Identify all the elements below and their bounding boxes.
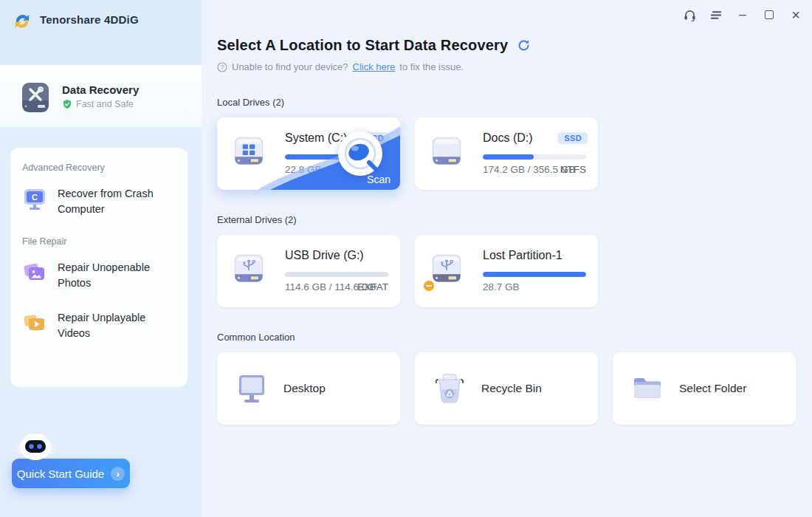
location-card-select-folder[interactable]: Select Folder	[613, 352, 796, 425]
ssd-badge: SSD	[558, 132, 588, 144]
repair-photos-icon	[22, 260, 47, 285]
click-here-link[interactable]: Click here	[353, 61, 396, 72]
location-card-recycle-bin[interactable]: Recycle Bin	[415, 352, 598, 425]
data-recovery-icon	[19, 80, 52, 112]
chevron-right-icon: ›	[111, 467, 125, 481]
sidebar-header: Tenorshare 4DDiG	[0, 0, 202, 65]
location-label: Recycle Bin	[481, 382, 542, 395]
refresh-icon[interactable]	[517, 38, 531, 52]
drive-name: USB Drive (G:)	[285, 249, 364, 262]
filesystem-label: EXFAT	[357, 281, 388, 292]
capacity-bar	[483, 154, 586, 160]
sidebar-item-label: Repair Unplayable Videos	[58, 310, 167, 341]
filesystem-label: NTFS	[560, 164, 586, 175]
page-title: Select A Location to Start Data Recovery	[217, 37, 508, 54]
drive-card-usb-g[interactable]: USB Drive (G:) 114.6 GB / 114.6 GB EXFAT	[217, 235, 400, 307]
scan-label: Scan	[367, 174, 390, 185]
shield-check-icon	[62, 99, 72, 109]
drive-name: Docs (D:)	[483, 131, 533, 145]
question-circle-icon: ?	[217, 62, 227, 72]
location-label: Select Folder	[679, 382, 746, 395]
svg-text:?: ?	[221, 64, 224, 71]
usb-drive-icon	[227, 250, 270, 292]
location-card-desktop[interactable]: Desktop	[217, 352, 400, 425]
capacity-bar	[483, 272, 586, 277]
hint-text-prefix: Unable to find your device?	[232, 61, 348, 72]
section-local-drives: Local Drives (2)	[217, 97, 796, 108]
maximize-button[interactable]	[760, 6, 778, 24]
scan-magnifier-icon	[337, 130, 384, 177]
folder-icon	[630, 372, 664, 405]
menu-icon[interactable]	[707, 6, 725, 24]
minimize-button[interactable]: –	[734, 6, 751, 24]
location-label: Desktop	[283, 382, 326, 395]
app-logo-icon	[10, 9, 34, 32]
section-common-location: Common Location	[217, 332, 796, 343]
assistant-robot-icon	[16, 431, 55, 464]
sidebar-item-label: Recover from Crash Computer	[58, 186, 167, 217]
section-external-drives: External Drives (2)	[217, 214, 796, 225]
drive-card-docs-d[interactable]: Docs (D:) SSD 174.2 GB / 356.5 GB NTFS	[415, 117, 598, 190]
window-controls: – ×	[681, 6, 805, 24]
sidebar-item-repair-videos[interactable]: Repair Unplayable Videos	[22, 310, 176, 341]
main-content: – × Select A Location to Start Data Reco…	[202, 0, 812, 517]
recycle-bin-icon	[433, 372, 467, 405]
sidebar-tools-panel: Advanced Recovery C Recover from Crash C…	[10, 148, 187, 387]
drive-name: Lost Partition-1	[483, 249, 562, 262]
svg-text:C: C	[32, 193, 38, 202]
hard-drive-icon	[227, 132, 270, 175]
app-title: Tenorshare 4DDiG	[40, 9, 139, 26]
capacity-bar	[285, 272, 388, 277]
maximize-icon	[765, 10, 774, 19]
sidebar-item-data-recovery[interactable]: Data Recovery Fast and Safe	[0, 65, 202, 127]
sidebar-item-label: Data Recovery	[62, 83, 139, 96]
support-headset-button[interactable]	[681, 6, 698, 24]
section-advanced-recovery: Advanced Recovery	[22, 162, 176, 173]
repair-videos-icon	[22, 310, 47, 335]
sidebar-item-repair-photos[interactable]: Repair Unopenable Photos	[22, 260, 176, 291]
sidebar-item-recover-crash-computer[interactable]: C Recover from Crash Computer	[22, 186, 176, 217]
data-recovery-subtitle: Fast and Safe	[76, 99, 134, 109]
close-button[interactable]: ×	[787, 6, 805, 24]
hard-drive-icon	[425, 132, 468, 175]
quick-start-guide-label: Quick Start Guide	[17, 468, 104, 480]
sidebar-item-label: Repair Unopenable Photos	[58, 260, 167, 291]
drive-card-system-c[interactable]: System (C:) SSD 22.8 GB / 120.0 GB Scan	[217, 117, 400, 190]
sidebar: Tenorshare 4DDiG Data Recovery Fast and …	[0, 0, 202, 517]
hint-text-suffix: to fix the issue.	[399, 61, 464, 72]
drive-usage: 28.7 GB	[483, 281, 520, 292]
drive-card-lost-partition[interactable]: Lost Partition-1 28.7 GB	[415, 235, 598, 307]
section-file-repair: File Repair	[22, 236, 176, 247]
lost-partition-warning-icon	[422, 279, 436, 292]
desktop-icon	[235, 372, 269, 405]
crash-computer-icon: C	[22, 186, 47, 211]
